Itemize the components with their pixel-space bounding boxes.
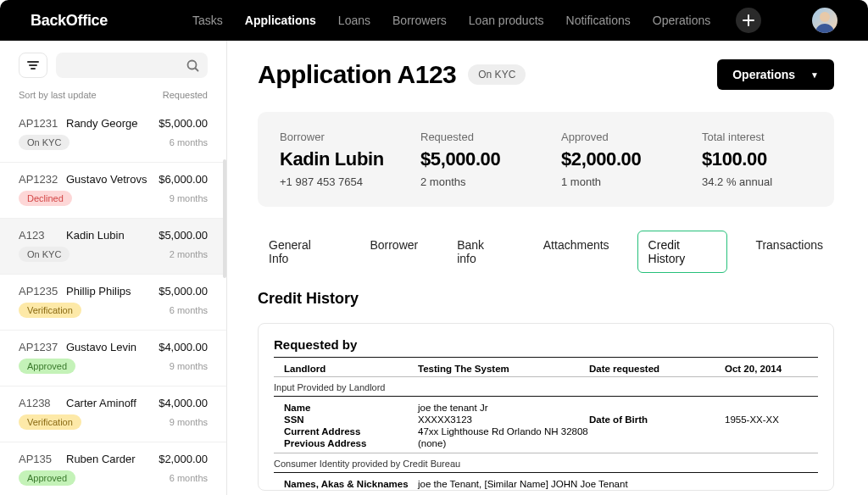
status-badge: On KYC bbox=[468, 64, 526, 85]
doc-field-label: SSN bbox=[274, 414, 418, 425]
application-duration: 9 months bbox=[170, 193, 208, 203]
application-borrower: Kadin Lubin bbox=[66, 229, 152, 242]
doc-field-value bbox=[725, 403, 818, 413]
application-status-badge: On KYC bbox=[19, 247, 70, 262]
brand-logo: BackOffice bbox=[31, 12, 108, 30]
summary-subvalue: 1 month bbox=[561, 175, 671, 188]
doc-requested-by-label: Requested by bbox=[274, 337, 818, 352]
nav-item-notifications[interactable]: Notifications bbox=[566, 14, 631, 27]
application-list-item[interactable]: AP1231Randy George$5,000.00On KYC6 month… bbox=[0, 107, 226, 163]
operations-button[interactable]: Operations ▼ bbox=[717, 59, 834, 90]
summary-label: Total interest bbox=[702, 131, 812, 143]
nav-item-borrowers[interactable]: Borrowers bbox=[392, 14, 447, 27]
application-status-badge: Verification bbox=[19, 303, 81, 318]
tab-bank-info[interactable]: Bank info bbox=[446, 231, 515, 273]
operations-label: Operations bbox=[732, 68, 795, 81]
tab-attachments[interactable]: Attachments bbox=[532, 231, 620, 273]
application-borrower: Carter Aminoff bbox=[66, 397, 152, 409]
section-title: Credit History bbox=[258, 290, 834, 308]
doc-nicknames-value: joe the Tenant, [Similar Name] JOHN Joe … bbox=[418, 479, 818, 489]
application-amount: $6,000.00 bbox=[159, 173, 208, 186]
filter-button[interactable] bbox=[19, 53, 47, 78]
summary-column: Requested$5,000.002 months bbox=[420, 131, 531, 188]
application-amount: $4,000.00 bbox=[159, 397, 208, 409]
application-status-badge: Approved bbox=[19, 470, 75, 486]
doc-field-value: joe the tenant Jr bbox=[418, 403, 589, 413]
application-id: AP1237 bbox=[19, 341, 59, 353]
doc-field-label bbox=[589, 403, 725, 413]
doc-field-label: Current Address bbox=[274, 426, 418, 437]
doc-field-label: Previous Address bbox=[274, 438, 418, 448]
application-borrower: Gustavo Levin bbox=[66, 341, 152, 353]
doc-field-value: XXXXX3123 bbox=[418, 414, 589, 425]
application-amount: $2,000.00 bbox=[159, 453, 208, 465]
nav-item-loan-products[interactable]: Loan products bbox=[469, 14, 544, 27]
application-list-item[interactable]: AP1232Gustavo Vetrovs$6,000.00Declined9 … bbox=[0, 163, 226, 219]
application-list-item[interactable]: A1238Carter Aminoff$4,000.00Verification… bbox=[0, 387, 226, 442]
doc-field-value: 1955-XX-XX bbox=[725, 414, 818, 425]
application-duration: 6 months bbox=[170, 473, 208, 483]
search-icon bbox=[186, 59, 199, 72]
application-list-item[interactable]: AP135Ruben Carder$2,000.00Approved6 mont… bbox=[0, 442, 226, 495]
application-id: A1238 bbox=[19, 397, 59, 409]
nav-item-operations[interactable]: Operations bbox=[653, 14, 710, 27]
summary-column: BorrowerKadin Lubin+1 987 453 7654 bbox=[280, 131, 390, 188]
nav-item-applications[interactable]: Applications bbox=[245, 14, 316, 27]
application-borrower: Randy George bbox=[66, 117, 152, 130]
application-amount: $4,000.00 bbox=[159, 341, 208, 353]
application-list-item[interactable]: AP1237Gustavo Levin$4,000.00Approved9 mo… bbox=[0, 331, 226, 387]
tab-transactions[interactable]: Transactions bbox=[744, 231, 834, 273]
credit-report-document: Requested by Landlord Testing The System… bbox=[258, 323, 834, 491]
application-id: AP1231 bbox=[19, 117, 59, 130]
doc-field-value bbox=[725, 426, 818, 437]
search-input[interactable] bbox=[56, 53, 208, 78]
summary-subvalue: +1 987 453 7654 bbox=[280, 175, 390, 188]
application-list-item[interactable]: AP1235Phillip Philips$5,000.00Verificati… bbox=[0, 275, 226, 331]
doc-date-requested-label: Date requested bbox=[589, 364, 725, 374]
avatar[interactable] bbox=[812, 8, 837, 33]
application-list-item[interactable]: A123Kadin Lubin$5,000.00On KYC2 months bbox=[0, 219, 226, 275]
application-status-badge: Approved bbox=[19, 359, 75, 374]
application-duration: 6 months bbox=[170, 305, 208, 315]
application-status-badge: Declined bbox=[19, 191, 72, 206]
summary-column: Total interest$100.0034.2 % annual bbox=[702, 131, 812, 188]
tab-general-info[interactable]: General Info bbox=[258, 231, 342, 273]
doc-landlord-value: Testing The System bbox=[418, 364, 589, 374]
application-amount: $5,000.00 bbox=[159, 117, 208, 130]
svg-point-0 bbox=[820, 12, 830, 22]
application-amount: $5,000.00 bbox=[159, 229, 208, 242]
application-borrower: Gustavo Vetrovs bbox=[66, 173, 152, 186]
application-duration: 2 months bbox=[170, 249, 208, 259]
sidebar: Sort by last update Requested AP1231Rand… bbox=[0, 41, 227, 495]
filter-icon bbox=[27, 60, 39, 70]
tab-credit-history[interactable]: Credit History bbox=[637, 231, 728, 273]
top-nav: TasksApplicationsLoansBorrowersLoan prod… bbox=[192, 14, 736, 27]
application-duration: 9 months bbox=[170, 361, 208, 371]
summary-label: Approved bbox=[561, 131, 671, 143]
application-duration: 9 months bbox=[170, 417, 208, 427]
doc-landlord-label: Landlord bbox=[274, 364, 418, 374]
chevron-down-icon: ▼ bbox=[810, 70, 819, 80]
doc-field-label bbox=[589, 438, 725, 448]
application-id: A123 bbox=[19, 229, 59, 242]
doc-field-value: (none) bbox=[418, 438, 589, 448]
summary-label: Requested bbox=[420, 131, 531, 143]
doc-date-requested-value: Oct 20, 2014 bbox=[725, 364, 818, 374]
nav-item-loans[interactable]: Loans bbox=[338, 14, 370, 27]
summary-subvalue: 34.2 % annual bbox=[702, 175, 812, 188]
application-amount: $5,000.00 bbox=[159, 285, 208, 298]
tabs: General InfoBorrowerBank infoAttachments… bbox=[258, 231, 834, 273]
doc-field-value: 47xx Lighthouse Rd Orlando NH 32808 bbox=[418, 426, 589, 437]
summary-label: Borrower bbox=[280, 131, 390, 143]
summary-value: $2,000.00 bbox=[561, 148, 671, 170]
nav-item-tasks[interactable]: Tasks bbox=[192, 14, 223, 27]
application-borrower: Ruben Carder bbox=[66, 453, 152, 465]
add-button[interactable] bbox=[736, 8, 761, 33]
sort-label: Sort by last update bbox=[19, 90, 97, 100]
col-label: Requested bbox=[163, 90, 208, 100]
application-id: AP1232 bbox=[19, 173, 59, 186]
tab-borrower[interactable]: Borrower bbox=[359, 231, 429, 273]
doc-field-value bbox=[725, 438, 818, 448]
application-status-badge: On KYC bbox=[19, 135, 70, 150]
doc-field-label: Date of Birth bbox=[589, 414, 725, 425]
